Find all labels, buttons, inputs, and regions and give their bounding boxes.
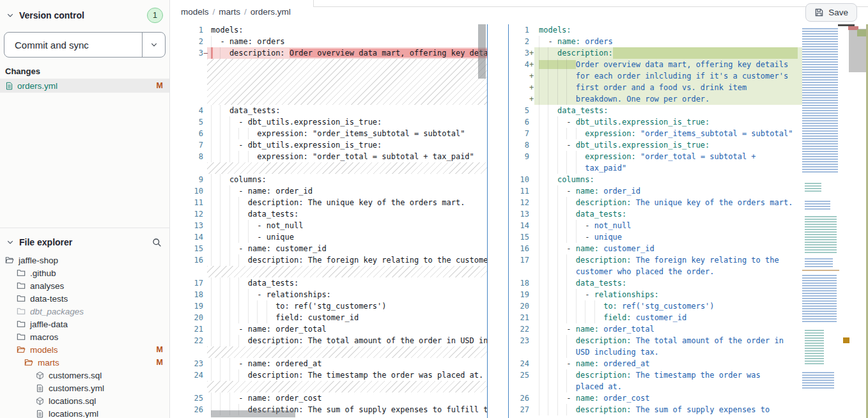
code-row[interactable]: 11 description: The unique key of the or…: [170, 197, 487, 208]
code-row[interactable]: 22 description: The total amount of the …: [170, 335, 487, 346]
line-number: 20: [509, 300, 529, 312]
code-row[interactable]: 23 - name: ordered_at: [170, 358, 487, 369]
commit-and-sync-button[interactable]: Commit and sync: [4, 33, 142, 57]
code-row[interactable]: 2 - name: orders: [509, 36, 802, 47]
indent-guide: [548, 139, 548, 151]
tree-item-locations-yml[interactable]: locations.yml: [0, 407, 169, 418]
file-icon: [5, 82, 13, 90]
changed-file-row[interactable]: orders.ymlM: [0, 79, 169, 93]
tree-item-jaffle-data[interactable]: jaffle-data: [0, 318, 169, 330]
indent-guide: [248, 300, 249, 312]
code-row[interactable]: 5 - dbt_utils.expression_is_true:: [170, 116, 487, 128]
file-explorer-header[interactable]: File explorer: [0, 228, 169, 254]
code-row[interactable]: 21 field: customer_id: [509, 312, 802, 323]
code-row[interactable]: 11 - name: order_id: [509, 185, 802, 197]
code-row[interactable]: 7 expression: "order_items_subtotal = su…: [509, 128, 802, 139]
tree-item-jaffle-shop[interactable]: jaffle-shop: [0, 254, 169, 267]
code-row[interactable]: 6 expression: "order_items_subtotal = su…: [170, 128, 487, 139]
code-row[interactable]: 10 - name: order_id: [170, 185, 487, 197]
tree-item--github[interactable]: .github: [0, 267, 169, 279]
code-row[interactable]: 13 data_tests:: [509, 208, 802, 220]
indent-guide: [211, 300, 212, 312]
code-row[interactable]: 3+ description:: [509, 47, 802, 59]
search-icon[interactable]: [152, 238, 162, 247]
code-row[interactable]: 15 - name: customer_id: [170, 243, 487, 254]
code-row[interactable]: 14 - unique: [170, 231, 487, 243]
tree-item-label: locations.sql: [49, 396, 96, 406]
vertical-scrollbar-thumb[interactable]: [478, 24, 486, 79]
code-row[interactable]: 4+ Order overview data mart, offering ke…: [509, 59, 802, 70]
code-row[interactable]: customer who placed the order.: [509, 266, 802, 277]
breadcrumb-file[interactable]: orders.yml: [251, 7, 291, 17]
tree-item-locations-sql[interactable]: locations.sql: [0, 394, 169, 407]
indent-guide: [576, 162, 577, 174]
code-row[interactable]: 14 - not_null: [509, 220, 802, 231]
code-row[interactable]: 24 description: The timestamp the order …: [170, 369, 487, 381]
code-row[interactable]: 16 description: The foreign key relating…: [170, 254, 487, 266]
indent-guide: [557, 82, 558, 93]
tree-item-analyses[interactable]: analyses: [0, 279, 169, 292]
code-row[interactable]: 6 - dbt_utils.expression_is_true:: [509, 116, 802, 128]
code-row[interactable]: 25 - name: order_cost: [170, 392, 487, 404]
code-row[interactable]: 24 - name: ordered_at: [509, 358, 802, 369]
code-row[interactable]: 17 data_tests:: [170, 277, 487, 289]
code-row[interactable]: 25 description: The timestamp the order …: [509, 369, 802, 381]
code-row[interactable]: 18 data_tests:: [509, 277, 802, 289]
code-row[interactable]: 3− description: Order overview data mart…: [170, 47, 487, 59]
tree-item-marts[interactable]: martsM: [0, 356, 169, 369]
code-row[interactable]: 12 data_tests:: [170, 208, 487, 220]
code-row[interactable]: 19 - relationships:: [509, 289, 802, 300]
code-row[interactable]: 5 data_tests:: [509, 105, 802, 116]
code-row[interactable]: 17 description: The foreign key relating…: [509, 254, 802, 266]
version-control-header[interactable]: Version control 1: [0, 0, 169, 28]
code-row[interactable]: USD including tax.: [509, 346, 802, 358]
diff-splitter[interactable]: [487, 24, 509, 418]
code-row[interactable]: 4 data_tests:: [170, 105, 487, 116]
code-row[interactable]: + for each order inlcluding if it's a cu…: [509, 70, 802, 82]
code-row[interactable]: 2 - name: orders: [170, 36, 487, 47]
code-row[interactable]: 23 description: The total amount of the …: [509, 335, 802, 346]
commit-split-button: Commit and sync: [4, 32, 166, 58]
code-row[interactable]: 7 - dbt_utils.expression_is_true:: [170, 139, 487, 151]
code-row[interactable]: tax_paid": [509, 162, 802, 174]
code-row[interactable]: + first order and a food vs. drink item: [509, 82, 802, 93]
save-button[interactable]: Save: [805, 3, 857, 22]
code-row[interactable]: 12 description: The unique key of the or…: [509, 197, 802, 208]
code-row[interactable]: 19 to: ref('stg_customers'): [170, 300, 487, 312]
tree-item-data-tests[interactable]: data-tests: [0, 292, 169, 305]
tree-item-models[interactable]: modelsM: [0, 343, 169, 356]
code-row[interactable]: 20 field: customer_id: [170, 312, 487, 323]
code-row[interactable]: placed at.: [509, 381, 802, 392]
code-row[interactable]: 26 - name: order_cost: [509, 392, 802, 404]
code-row[interactable]: 9 columns:: [170, 174, 487, 185]
indent-guide: [267, 300, 267, 312]
indent-guide: [211, 47, 212, 59]
breadcrumb-marts[interactable]: marts: [219, 7, 240, 17]
code-row[interactable]: 18 - relationships:: [170, 289, 487, 300]
breadcrumb-models[interactable]: models: [181, 7, 209, 17]
code-row[interactable]: 21 - name: order_total: [170, 323, 487, 335]
code-row[interactable]: 20 to: ref('stg_customers'): [509, 300, 802, 312]
diff-change-marker: [203, 312, 211, 323]
tree-item-customers-yml[interactable]: customers.yml: [0, 382, 169, 394]
code-text: description: The total amount of the ord…: [211, 335, 487, 346]
commit-options-dropdown[interactable]: [142, 33, 165, 57]
code-row[interactable]: 15 - unique: [509, 231, 802, 243]
code-row[interactable]: 8 - dbt_utils.expression_is_true:: [509, 139, 802, 151]
code-row[interactable]: 1models:: [170, 24, 487, 36]
code-row[interactable]: 16 - name: customer_id: [509, 243, 802, 254]
horizontal-scrollbar-thumb[interactable]: [211, 410, 295, 417]
code-row[interactable]: 10 columns:: [509, 174, 802, 185]
save-icon: [814, 8, 824, 17]
code-row[interactable]: 13 - not_null: [170, 220, 487, 231]
tree-item-customers-sql[interactable]: customers.sql: [0, 369, 169, 382]
code-row[interactable]: 9 expression: "order_total = subtotal +: [509, 151, 802, 162]
code-row[interactable]: + breakdown. One row per order.: [509, 93, 802, 105]
code-row[interactable]: 27 description: The sum of supply expens…: [509, 404, 802, 415]
tree-item-dbt-packages[interactable]: dbt_packages: [0, 305, 169, 318]
code-row[interactable]: 22 - name: order_total: [509, 323, 802, 335]
tree-item-macros[interactable]: macros: [0, 330, 169, 343]
code-text: data_tests:: [539, 105, 798, 116]
code-row[interactable]: 8 expression: "order_total = subtotal + …: [170, 151, 487, 162]
code-row[interactable]: 1models:: [509, 24, 802, 36]
